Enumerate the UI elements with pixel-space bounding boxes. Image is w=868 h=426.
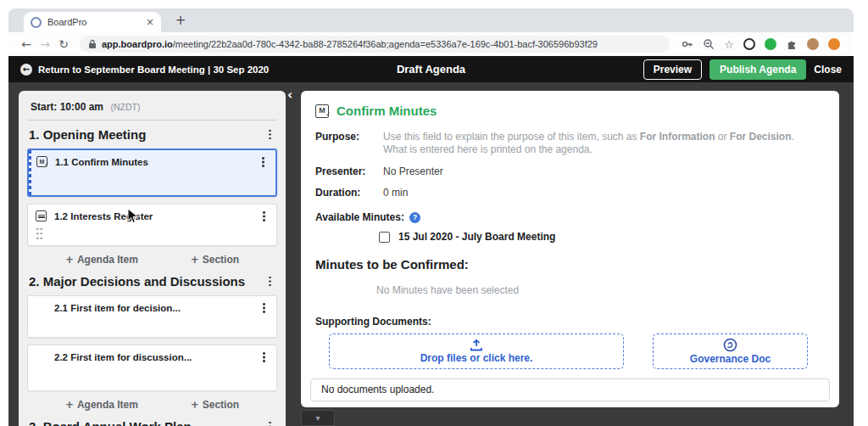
governance-logo-icon: [723, 338, 737, 352]
url-path: /meeting/22b2aa0d-780c-4342-ba88-2785264…: [173, 39, 598, 49]
dropzone-label: Drop files or click here.: [420, 352, 533, 364]
purpose-field: Purpose: Use this field to explain the p…: [315, 131, 825, 156]
help-icon[interactable]: ?: [409, 212, 420, 223]
register-doc-icon: [36, 210, 47, 221]
agenda-item-label: 2.2 First item for discussion...: [54, 351, 250, 362]
boardpro-favicon-icon: [31, 17, 42, 28]
presenter-field: Presenter: No Presenter: [315, 165, 825, 177]
kebab-menu-icon[interactable]: [264, 421, 275, 426]
available-minutes-row: Available Minutes: ?: [315, 211, 825, 223]
bookmark-star-icon[interactable]: ☆: [724, 38, 734, 51]
available-minutes-label: Available Minutes:: [315, 211, 404, 223]
hidden-dropdown-toggle[interactable]: ▾: [301, 410, 335, 426]
presenter-value[interactable]: No Presenter: [383, 165, 443, 177]
browser-tab-strip: BoardPro × +: [8, 8, 854, 32]
plus-icon: +: [65, 399, 74, 411]
agenda-item-discussion[interactable]: 2.2 First item for discussion...: [27, 345, 277, 391]
section-header-3: 3. Board Annual Work Plan: [27, 412, 277, 426]
kebab-menu-icon[interactable]: [258, 302, 270, 314]
kebab-menu-icon[interactable]: [264, 129, 275, 141]
address-bar[interactable]: app.boardpro.io/meeting/22b2aa0d-780c-43…: [80, 36, 670, 53]
presenter-label: Presenter:: [315, 165, 383, 177]
add-row-1: +Agenda Item +Section: [27, 253, 277, 267]
document-actions: Drop files or click here. Governance Doc: [315, 334, 825, 369]
duration-value[interactable]: 0 min: [383, 187, 408, 199]
panel-title-row: M✓ Confirm Minutes: [315, 104, 825, 118]
preview-button[interactable]: Preview: [643, 59, 702, 80]
tab-title: BoardPro: [47, 17, 140, 27]
sidebar-collapse-icon[interactable]: ‹: [287, 87, 292, 103]
browser-navbar: ← → ↻ app.boardpro.io/meeting/22b2aa0d-7…: [8, 32, 854, 56]
agenda-item-confirm-minutes[interactable]: M✓ 1.1 Confirm Minutes: [27, 149, 277, 197]
tab-close-icon[interactable]: ×: [146, 16, 154, 28]
purpose-value[interactable]: Use this field to explain the purpose of…: [383, 131, 794, 156]
header-actions: Preview Publish Agenda Close: [643, 59, 842, 80]
meeting-start-row: Start: 10:00 am (NZDT): [27, 91, 277, 121]
item-title: Confirm Minutes: [337, 104, 437, 118]
add-row-2: +Agenda Item +Section: [27, 398, 277, 412]
add-section-button[interactable]: +Section: [191, 399, 239, 411]
profile-avatar[interactable]: [807, 38, 819, 50]
return-label: Return to September Board Meeting | 30 S…: [38, 64, 269, 75]
add-agenda-item-button[interactable]: +Agenda Item: [65, 254, 138, 266]
extension-orange-icon[interactable]: [828, 38, 840, 50]
duration-label: Duration:: [315, 187, 383, 199]
agenda-item-decision[interactable]: 2.1 First item for decision...: [27, 295, 277, 338]
start-time-label: Start: 10:00 am: [31, 101, 103, 113]
new-tab-button[interactable]: +: [171, 12, 190, 31]
section-title: 3. Board Annual Work Plan: [29, 419, 192, 426]
url-host: app.boardpro.io: [102, 39, 173, 49]
agenda-item-label: 2.1 First item for decision...: [54, 302, 250, 313]
kebab-menu-icon[interactable]: [258, 351, 270, 363]
minutes-doc-icon: M✓: [315, 104, 329, 118]
drag-handle-icon[interactable]: [36, 227, 42, 239]
supporting-documents-label: Supporting Documents:: [315, 316, 825, 328]
publish-agenda-button[interactable]: Publish Agenda: [709, 59, 806, 80]
add-agenda-item-button[interactable]: +Agenda Item: [65, 399, 138, 411]
key-icon[interactable]: [682, 38, 693, 50]
available-minutes-option: 15 Jul 2020 - July Board Meeting: [379, 231, 825, 243]
agenda-item-interests-register[interactable]: 1.2 Interests Register: [27, 204, 277, 246]
extension-dark-icon[interactable]: [743, 38, 755, 50]
browser-forward-icon[interactable]: →: [36, 37, 54, 51]
minutes-empty-state: No Minutes have been selected: [376, 284, 825, 296]
minutes-to-be-confirmed-title: Minutes to be Confirmed:: [315, 257, 825, 272]
browser-refresh-icon[interactable]: ↻: [54, 37, 73, 51]
minutes-checkbox[interactable]: [379, 232, 390, 243]
plus-icon: +: [191, 399, 199, 411]
zoom-icon[interactable]: [703, 38, 715, 50]
kebab-menu-icon[interactable]: [264, 276, 275, 288]
selection-strip: [29, 150, 31, 195]
extension-grammarly-icon[interactable]: [765, 38, 776, 50]
governance-doc-button[interactable]: Governance Doc: [653, 334, 808, 369]
section-title: 2. Major Decisions and Discussions: [29, 274, 245, 289]
browser-back-icon[interactable]: ←: [17, 37, 36, 51]
padlock-icon: [88, 39, 97, 49]
purpose-label: Purpose:: [315, 131, 383, 156]
app-header: ← Return to September Board Meeting | 30…: [8, 56, 854, 82]
return-to-meeting-link[interactable]: ← Return to September Board Meeting | 30…: [20, 64, 269, 76]
file-dropzone[interactable]: Drop files or click here.: [329, 334, 624, 369]
kebab-menu-icon[interactable]: [257, 156, 269, 168]
plus-icon: +: [65, 254, 74, 266]
close-button[interactable]: Close: [814, 64, 842, 76]
browser-action-icons: ☆: [682, 38, 840, 51]
agenda-item-label: 1.2 Interests Register: [54, 210, 250, 221]
section-header-2: 2. Major Decisions and Discussions: [27, 267, 277, 293]
documents-empty-state: No documents uploaded.: [310, 378, 830, 401]
agenda-sidebar: Start: 10:00 am (NZDT) 1. Opening Meetin…: [19, 91, 286, 426]
duration-field: Duration: 0 min: [315, 187, 825, 199]
extensions-puzzle-icon[interactable]: [786, 38, 798, 50]
section-title: 1. Opening Meeting: [29, 127, 146, 142]
kebab-menu-icon[interactable]: [258, 210, 270, 222]
browser-tab-boardpro[interactable]: BoardPro ×: [24, 12, 161, 32]
browser-window: BoardPro × + ← → ↻ app.boardpro.io/meeti…: [8, 8, 854, 426]
minutes-option-label[interactable]: 15 Jul 2020 - July Board Meeting: [398, 231, 555, 243]
agenda-item-detail-panel: M✓ Confirm Minutes Purpose: Use this fie…: [301, 91, 839, 407]
app-body: ‹ Start: 10:00 am (NZDT) 1. Opening Meet…: [8, 82, 854, 426]
agenda-item-label: 1.1 Confirm Minutes: [55, 156, 249, 167]
add-section-button[interactable]: +Section: [191, 254, 239, 266]
governance-doc-label: Governance Doc: [690, 353, 771, 365]
minutes-doc-icon: M✓: [36, 156, 47, 167]
section-header-1: 1. Opening Meeting: [27, 121, 277, 146]
